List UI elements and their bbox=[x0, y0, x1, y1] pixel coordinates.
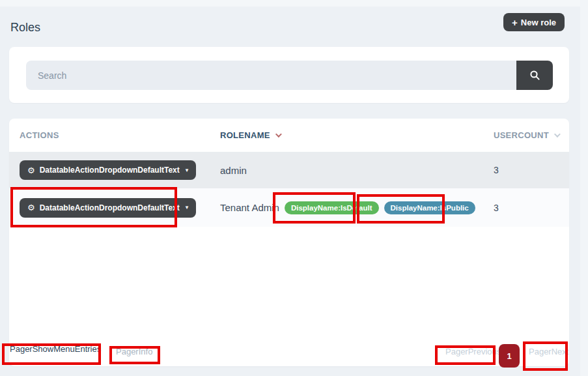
gear-icon: ⚙ bbox=[27, 203, 35, 212]
page-title: Roles bbox=[10, 21, 40, 35]
table-row-tenant-admin: ⚙ DatatableActionDropdownDefaultText ▾ T… bbox=[9, 188, 569, 227]
cell-usercount: 3 bbox=[494, 165, 559, 175]
column-header-rolename-label: ROLENAME bbox=[220, 130, 270, 140]
plus-icon: + bbox=[512, 18, 518, 27]
search-input[interactable] bbox=[26, 61, 516, 90]
search-icon bbox=[529, 70, 540, 81]
usercount-text: 3 bbox=[494, 203, 499, 213]
cell-usercount: 3 bbox=[494, 203, 559, 213]
search-button[interactable] bbox=[516, 61, 553, 90]
search-card bbox=[9, 47, 569, 103]
cell-actions: ⚙ DatatableActionDropdownDefaultText ▾ bbox=[20, 160, 220, 180]
pager-previous-button[interactable]: PagerPrevious bbox=[445, 347, 501, 356]
action-dropdown-button[interactable]: ⚙ DatatableActionDropdownDefaultText ▾ bbox=[20, 160, 196, 180]
column-header-actions: ACTIONS bbox=[20, 130, 220, 140]
pager-show-menu-entries[interactable]: PagerShowMenuEntries bbox=[10, 344, 101, 354]
scrollbar-track[interactable] bbox=[580, 0, 588, 376]
is-default-badge: DisplayName:IsDefault bbox=[285, 201, 379, 214]
pager-current-page-button[interactable]: 1 bbox=[499, 344, 520, 368]
usercount-text: 3 bbox=[494, 165, 499, 175]
roles-table-card: ACTIONS ROLENAME USERCOUNT ⚙ DatatableAc… bbox=[9, 119, 569, 366]
caret-down-icon: ▾ bbox=[186, 167, 189, 173]
table-header-row: ACTIONS ROLENAME USERCOUNT bbox=[9, 119, 569, 152]
column-header-actions-label: ACTIONS bbox=[20, 130, 59, 140]
is-public-badge: DisplayName:IsPublic bbox=[384, 201, 475, 214]
table-row-admin: ⚙ DatatableActionDropdownDefaultText ▾ a… bbox=[9, 152, 569, 188]
rolename-text: admin bbox=[220, 165, 247, 176]
caret-down-icon: ▾ bbox=[186, 205, 189, 210]
action-dropdown-label: DatatableActionDropdownDefaultText bbox=[40, 166, 180, 175]
action-dropdown-button[interactable]: ⚙ DatatableActionDropdownDefaultText ▾ bbox=[20, 198, 196, 218]
column-header-usercount[interactable]: USERCOUNT bbox=[494, 130, 559, 140]
pager-next-button[interactable]: PagerNext bbox=[529, 347, 568, 356]
cell-rolename: Tenant Admin DisplayName:IsDefault Displ… bbox=[220, 201, 494, 214]
column-header-rolename[interactable]: ROLENAME bbox=[220, 130, 494, 140]
cell-rolename: admin bbox=[220, 165, 494, 176]
sort-chevron-down-icon bbox=[554, 131, 561, 137]
column-header-usercount-label: USERCOUNT bbox=[494, 130, 549, 140]
roles-page: Roles + New role ACTIONS ROLENAME bbox=[0, 0, 588, 376]
action-dropdown-label: DatatableActionDropdownDefaultText bbox=[40, 203, 180, 212]
top-edge-strip bbox=[0, 0, 588, 7]
new-role-button[interactable]: + New role bbox=[503, 13, 565, 31]
cell-actions: ⚙ DatatableActionDropdownDefaultText ▾ bbox=[20, 198, 220, 218]
rolename-text: Tenant Admin bbox=[220, 202, 279, 213]
gear-icon: ⚙ bbox=[27, 166, 35, 175]
pager-info: PagerInfo bbox=[116, 347, 152, 356]
new-role-button-label: New role bbox=[521, 18, 556, 27]
sort-chevron-down-icon bbox=[275, 131, 282, 137]
search-bar bbox=[26, 61, 553, 90]
